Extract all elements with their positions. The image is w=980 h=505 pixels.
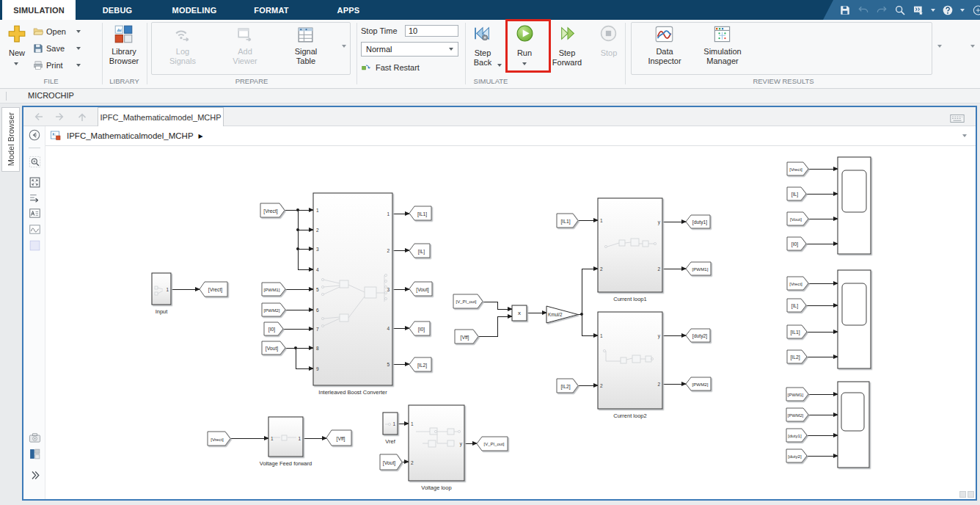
open-button[interactable]: Open — [46, 27, 71, 37]
microchip-label: MICROCHIP — [28, 91, 74, 100]
log-signals-icon — [173, 26, 191, 44]
toolstrip-collapse-caret[interactable] — [970, 45, 975, 48]
open-folder-icon — [33, 26, 43, 37]
nav-up-button[interactable] — [73, 109, 91, 124]
tab-modeling[interactable]: MODELING — [165, 0, 224, 20]
print-icon — [33, 60, 43, 70]
prepare-group-label: PREPARE — [147, 77, 356, 85]
scroll-corner[interactable] — [959, 491, 966, 498]
breadcrumb-dropdown-caret[interactable] — [962, 134, 967, 137]
save-dropdown-caret[interactable] — [76, 47, 81, 50]
nav-back-button[interactable] — [29, 109, 47, 124]
fit-to-view-button[interactable] — [26, 175, 43, 189]
library-group-label: LIBRARY — [102, 77, 147, 85]
save-icon — [33, 43, 43, 54]
screenshot-button[interactable] — [26, 430, 43, 445]
simulation-mode-value: Normal — [366, 45, 392, 54]
new-model-icon — [7, 24, 26, 43]
breadcrumb[interactable]: IPFC_Mathematicalmodel_MCHP — [67, 131, 194, 140]
tab-simulation[interactable]: SIMULATION — [2, 0, 76, 20]
data-inspector-icon — [654, 24, 674, 44]
qa-help-button-caret[interactable] — [960, 9, 965, 12]
fast-restart-icon — [361, 62, 371, 73]
area-button[interactable] — [26, 238, 43, 252]
zoom-in-region-button[interactable] — [26, 154, 43, 169]
qa-undo-button[interactable] — [858, 4, 869, 16]
stop-time-label: Stop Time — [361, 26, 403, 36]
add-viewer-icon — [235, 26, 254, 44]
model-browser-label: Model Browser — [7, 112, 15, 166]
step-forward-button[interactable]: Step Forward — [549, 48, 585, 67]
document-tab[interactable]: IPFC_Mathematicalmodel_MCHP — [98, 107, 224, 126]
signal-table-icon — [296, 26, 315, 44]
palette-divider — [29, 148, 40, 148]
stop-time-field-wrap — [405, 23, 458, 38]
signal-table-button[interactable]: Signal Table — [286, 47, 326, 65]
simulate-group-label: SIMULATE — [356, 77, 625, 85]
toolbar-divider — [6, 92, 7, 101]
qa-search-button[interactable] — [894, 4, 906, 16]
stop-time-input[interactable] — [405, 25, 458, 37]
annotation-button[interactable] — [26, 206, 43, 220]
save-button[interactable]: Save — [46, 44, 71, 54]
hide-model-browser-button[interactable] — [28, 128, 41, 142]
group-separator — [102, 23, 103, 84]
step-back-caret[interactable] — [497, 64, 502, 67]
group-separator — [356, 23, 357, 84]
print-dropdown-caret[interactable] — [76, 64, 81, 67]
scroll-corner[interactable] — [968, 491, 974, 498]
tab-apps[interactable]: APPS — [319, 0, 378, 20]
model-browser-tab[interactable]: Model Browser — [1, 107, 20, 172]
simulation-mode-caret — [449, 48, 453, 51]
data-inspector-button[interactable]: Data Inspector — [646, 47, 684, 65]
log-signals-button: Log Signals — [163, 47, 202, 65]
run-icon — [516, 24, 534, 43]
group-separator — [147, 23, 147, 84]
prepare-gallery-caret[interactable] — [342, 45, 346, 48]
new-button[interactable]: New — [3, 48, 31, 58]
simulation-manager-icon — [712, 24, 732, 44]
editor-frame — [22, 106, 977, 501]
expand-palette-button[interactable] — [26, 468, 43, 482]
signal-viewer-button[interactable] — [26, 222, 43, 236]
simulink-model-icon — [50, 130, 62, 142]
simulink-window: SIMULATION DEBUG MODELING FORMAT APPS Ne… — [0, 0, 980, 505]
add-viewer-button: Add Viewer — [225, 47, 265, 65]
keyboard-shortcuts-button[interactable] — [949, 110, 965, 126]
stop-button: Stop — [595, 48, 623, 58]
qa-help-button[interactable] — [942, 4, 954, 16]
step-back-button[interactable]: Step Back — [469, 48, 496, 67]
group-separator — [625, 23, 626, 84]
file-group-label: FILE — [0, 77, 102, 85]
nav-forward-button[interactable] — [51, 109, 69, 124]
run-button[interactable]: Run — [510, 48, 539, 58]
simulation-manager-button[interactable]: Simulation Manager — [698, 47, 747, 65]
print-button[interactable]: Print — [46, 61, 71, 70]
library-browser-button[interactable]: Library Browser — [103, 47, 145, 65]
capture-diagram-button[interactable] — [26, 446, 43, 461]
breadcrumb-bar: IPFC_Mathematicalmodel_MCHP ▶ — [45, 126, 976, 146]
route-signals-button[interactable] — [26, 189, 43, 204]
new-dropdown-caret[interactable] — [14, 62, 18, 65]
review-gallery-caret[interactable] — [937, 45, 942, 48]
qa-favorites-button-caret[interactable] — [931, 9, 935, 12]
library-browser-icon — [114, 24, 134, 44]
quick-access-toolbar — [823, 0, 980, 20]
simulation-mode-select[interactable]: Normal — [361, 42, 458, 57]
open-dropdown-caret[interactable] — [76, 30, 81, 33]
review-group-label: REVIEW RESULTS — [625, 77, 942, 85]
qa-profile-button[interactable] — [971, 4, 980, 16]
breadcrumb-expand-arrow[interactable]: ▶ — [199, 133, 203, 139]
stop-icon — [599, 24, 618, 43]
fast-restart-toggle[interactable]: Fast Restart — [376, 63, 434, 73]
step-forward-icon — [558, 24, 577, 43]
tab-debug[interactable]: DEBUG — [88, 0, 147, 20]
tab-format[interactable]: FORMAT — [242, 0, 301, 20]
run-dropdown-caret[interactable] — [522, 62, 527, 65]
microchip-toolbar: MICROCHIP — [0, 89, 980, 103]
qa-redo-button[interactable] — [876, 4, 888, 16]
qa-save-button[interactable] — [839, 4, 851, 16]
group-separator — [465, 23, 466, 84]
qa-favorites-button[interactable] — [913, 4, 924, 16]
step-back-icon — [472, 24, 491, 43]
